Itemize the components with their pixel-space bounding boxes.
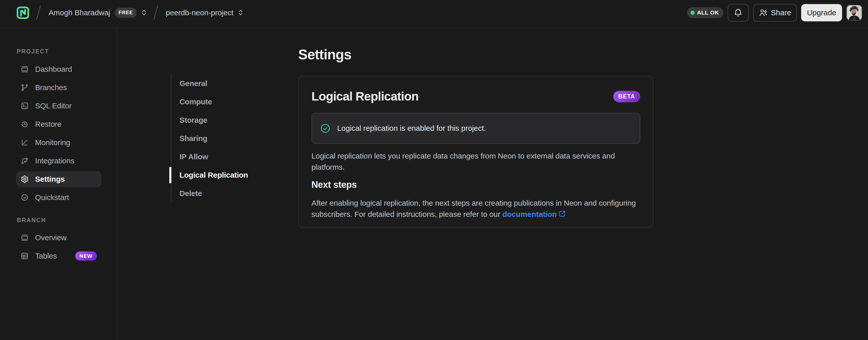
sql-editor-icon <box>21 102 29 110</box>
restore-icon <box>21 120 29 128</box>
sidebar-item-integrations[interactable]: Integrations <box>16 153 101 169</box>
sidebar-item-restore[interactable]: Restore <box>16 116 101 132</box>
project-name: peerdb-neon-project <box>166 8 234 17</box>
next-steps-title: Next steps <box>311 179 640 190</box>
dashboard-icon <box>21 65 29 73</box>
share-button[interactable]: Share <box>753 4 797 22</box>
banner-text: Logical replication is enabled for this … <box>337 124 486 133</box>
tables-icon <box>21 252 29 260</box>
sidebar-item-overview[interactable]: Overview <box>16 230 101 246</box>
card-title: Logical Replication <box>311 89 418 104</box>
subnav-item-storage[interactable]: Storage <box>172 111 244 129</box>
subnav-item-delete[interactable]: Delete <box>172 184 244 203</box>
page-title: Settings <box>298 46 653 63</box>
topbar-actions: ALL OK Share Upgrade <box>687 4 862 22</box>
share-label: Share <box>771 8 791 17</box>
monitoring-icon <box>21 138 29 147</box>
status-label: ALL OK <box>697 9 719 16</box>
subnav-item-sharing[interactable]: Sharing <box>172 129 244 148</box>
card-description: Logical replication lets you replicate d… <box>311 150 640 173</box>
neon-console-app: Amogh Bharadwaj FREE peerdb-neon-project… <box>0 0 868 340</box>
settings-content: Settings Logical Replication BETA Logica… <box>298 28 653 228</box>
plan-badge: FREE <box>115 8 137 18</box>
breadcrumb-slash <box>36 5 41 20</box>
breadcrumb-slash <box>153 5 158 20</box>
documentation-link[interactable]: documentation <box>502 210 557 218</box>
sidebar: PROJECT Dashboard Branches SQ <box>0 28 117 340</box>
chevron-up-down-icon <box>238 9 243 16</box>
status-pill[interactable]: ALL OK <box>687 7 723 18</box>
notifications-button[interactable] <box>727 4 749 22</box>
logical-replication-card: Logical Replication BETA Logical replica… <box>298 76 653 228</box>
sidebar-section-branch: BRANCH <box>17 217 117 224</box>
shell: PROJECT Dashboard Branches SQ <box>0 28 868 340</box>
avatar[interactable] <box>846 5 862 21</box>
topbar: Amogh Bharadwaj FREE peerdb-neon-project… <box>0 0 868 28</box>
sidebar-item-tables[interactable]: Tables NEW <box>16 248 101 264</box>
upgrade-button[interactable]: Upgrade <box>801 4 842 21</box>
sidebar-item-branches[interactable]: Branches <box>16 80 101 95</box>
chevron-up-down-icon <box>142 9 147 16</box>
project-breadcrumb[interactable]: peerdb-neon-project <box>166 8 243 17</box>
sidebar-item-sql-editor[interactable]: SQL Editor <box>16 98 101 114</box>
subnav-item-compute[interactable]: Compute <box>172 93 244 111</box>
org-name: Amogh Bharadwaj <box>49 8 110 17</box>
success-banner: Logical replication is enabled for this … <box>311 113 640 144</box>
quickstart-icon <box>21 193 29 202</box>
bell-icon <box>733 8 743 18</box>
beta-badge: BETA <box>613 91 640 102</box>
status-ok-dot <box>690 11 694 15</box>
subnav-item-ip-allow[interactable]: IP Allow <box>172 148 244 166</box>
settings-gear-icon <box>21 175 29 183</box>
next-steps-text: After enabling logical replication, the … <box>311 197 640 220</box>
check-circle-icon <box>320 123 331 134</box>
main-content: General Compute Storage Sharing IP Allow… <box>117 28 868 340</box>
subnav-item-logical-replication[interactable]: Logical Replication <box>172 166 244 184</box>
new-badge: NEW <box>75 251 97 261</box>
settings-subnav: General Compute Storage Sharing IP Allow… <box>171 75 244 203</box>
org-breadcrumb[interactable]: Amogh Bharadwaj FREE <box>49 8 147 18</box>
external-link-icon <box>558 210 566 218</box>
sidebar-item-settings[interactable]: Settings <box>16 171 101 187</box>
overview-icon <box>21 234 29 242</box>
neon-logo[interactable] <box>16 6 30 19</box>
sidebar-item-quickstart[interactable]: Quickstart <box>16 190 101 205</box>
share-users-icon <box>759 8 768 17</box>
branches-icon <box>21 83 29 92</box>
integrations-icon <box>21 157 29 165</box>
sidebar-item-monitoring[interactable]: Monitoring <box>16 135 101 150</box>
subnav-item-general[interactable]: General <box>172 74 244 93</box>
sidebar-section-project: PROJECT <box>17 48 117 55</box>
sidebar-item-dashboard[interactable]: Dashboard <box>16 61 101 77</box>
